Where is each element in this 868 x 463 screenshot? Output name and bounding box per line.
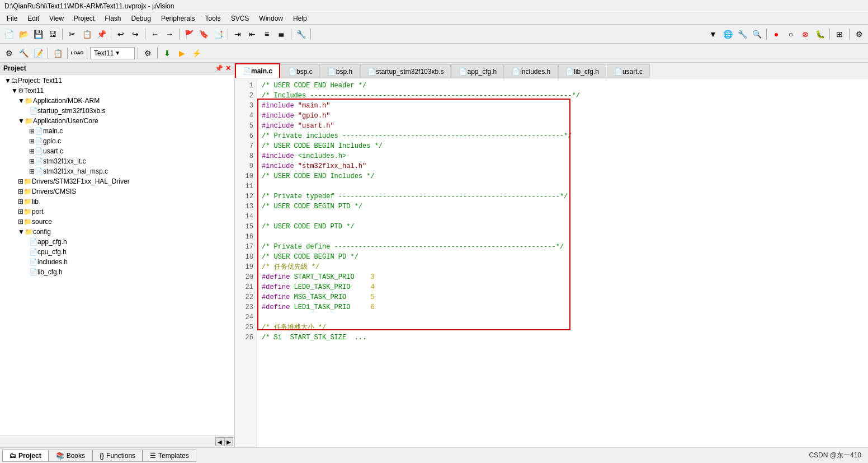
start-debug-btn[interactable]: ▶ (175, 46, 188, 60)
menu-peripherals[interactable]: Peripherals (157, 13, 200, 24)
code-line-14[interactable] (262, 212, 864, 222)
menu-debug[interactable]: Debug (127, 13, 155, 24)
indent-btn[interactable]: ⇥ (231, 27, 244, 41)
tree-port[interactable]: ⊞ 📁 port (0, 207, 234, 217)
code-line-5[interactable]: #include "usart.h" (262, 121, 864, 131)
code-line-16[interactable] (262, 232, 864, 242)
code-line-11[interactable] (262, 181, 864, 191)
menu-svcs[interactable]: SVCS (227, 13, 254, 24)
bookmark2-btn[interactable]: 🔖 (197, 27, 210, 41)
code-line-13[interactable]: /* USER CODE BEGIN PTD */ (262, 202, 864, 212)
rebuild-btn[interactable]: 🔨 (17, 46, 30, 60)
code-lines[interactable]: /* USER CODE END Header */ /* Includes -… (257, 78, 868, 447)
statusbar-tab-templates[interactable]: ☰ Templates (143, 450, 196, 462)
bookmark1-btn[interactable]: 🚩 (182, 27, 196, 41)
code-line-4[interactable]: #include "gpio.h" (262, 111, 864, 121)
tab-main-c[interactable]: 📄 main.c (235, 63, 280, 78)
load-btn[interactable]: LOAD (70, 46, 84, 60)
code-line-21[interactable]: #define LED0_TASK_PRIO 4 (262, 282, 864, 292)
menu-help[interactable]: Help (289, 13, 312, 24)
cut-btn[interactable]: ✂ (65, 27, 79, 41)
settings-btn[interactable]: 🔧 (735, 27, 749, 41)
code-line-26[interactable]: /* Si START_STK_SIZE ... (262, 333, 864, 343)
code-line-22[interactable]: #define MSG_TASK_PRIO 5 (262, 292, 864, 302)
statusbar-tab-books[interactable]: 📚 Books (49, 450, 92, 462)
back-btn[interactable]: ← (148, 27, 162, 41)
tree-hal-msp-c[interactable]: ⊞ 📄 stm32f1xx_hal_msp.c (0, 166, 234, 176)
tree-project[interactable]: ▼ 🗂 Project: Text11 (0, 76, 234, 86)
tree-gpio-c[interactable]: ⊞ 📄 gpio.c (0, 136, 234, 146)
code-line-9[interactable]: #include "stm32flxx_hal.h" (262, 161, 864, 171)
scroll-left-btn[interactable]: ◀ (215, 437, 224, 446)
code-line-15[interactable]: /* USER CODE END PTD */ (262, 222, 864, 232)
save-btn[interactable]: 💾 (31, 27, 45, 41)
tab-app-cfg[interactable]: 📄 app_cfg.h (451, 64, 504, 78)
code-line-12[interactable]: /* Private typedef ---------------------… (262, 191, 864, 202)
forward-btn[interactable]: → (163, 27, 176, 41)
code-line-25[interactable]: /* 任务堆栈大小 */ (262, 322, 864, 333)
browser-btn[interactable]: 🌐 (721, 27, 734, 41)
tree-app-cfg-h[interactable]: 📄 app_cfg.h (0, 237, 234, 247)
tree-main-c[interactable]: ⊞ 📄 main.c (0, 126, 234, 136)
tab-startup[interactable]: 📄 startup_stm32f103xb.s (360, 64, 451, 78)
code-line-6[interactable]: /* Private includes --------------------… (262, 131, 864, 141)
code-editor[interactable]: 1 2 3 4 5 6 7 8 9 10 11 12 13 14 15 16 1 (235, 78, 868, 447)
save-all-btn[interactable]: 🖫 (46, 27, 59, 41)
reset-btn[interactable]: ⊗ (799, 27, 812, 41)
tree-config[interactable]: ▼ 📁 config (0, 227, 234, 237)
tree-source[interactable]: ⊞ 📁 source (0, 217, 234, 227)
target-select[interactable]: Text11 ▼ (90, 47, 135, 59)
code-line-8[interactable]: #include <includes.h> (262, 151, 864, 161)
target-options-btn[interactable]: ⚙ (141, 46, 154, 60)
code-line-24[interactable] (262, 312, 864, 322)
manage-btn[interactable]: 📋 (51, 46, 64, 60)
flash-btn[interactable]: ⚡ (190, 46, 203, 60)
dropdown-btn[interactable]: ▼ (706, 27, 720, 41)
menu-flash[interactable]: Flash (100, 13, 125, 24)
tree-drivers-cmsis[interactable]: ⊞ 📁 Drivers/CMSIS (0, 186, 234, 197)
code-line-20[interactable]: #define START_TASK_PRIO 3 (262, 272, 864, 282)
code-line-19[interactable]: /* 任务优先级 */ (262, 262, 864, 272)
new-file-btn[interactable]: 📄 (2, 27, 16, 41)
tree-drivers-hal[interactable]: ⊞ 📁 Drivers/STM32F1xx_HAL_Driver (0, 176, 234, 186)
pin-icon[interactable]: 📌 (215, 64, 223, 72)
debug-btn[interactable]: 🐛 (813, 27, 827, 41)
code-line-7[interactable]: /* USER CODE BEGIN Includes */ (262, 141, 864, 151)
translate-btn[interactable]: 📝 (31, 46, 45, 60)
tab-bsp-h[interactable]: 📄 bsp.h (320, 64, 360, 78)
comment1-btn[interactable]: ≡ (260, 27, 273, 41)
tree-it-c[interactable]: ⊞ 📄 stm32f1xx_it.c (0, 156, 234, 166)
menu-tools[interactable]: Tools (201, 13, 225, 24)
paste-btn[interactable]: 📌 (95, 27, 108, 41)
tab-lib-cfg[interactable]: 📄 lib_cfg.h (558, 64, 606, 78)
tab-includes[interactable]: 📄 includes.h (504, 64, 558, 78)
code-line-17[interactable]: /* Private define ----------------------… (262, 242, 864, 252)
copy-btn[interactable]: 📋 (80, 27, 93, 41)
code-line-3[interactable]: #include "main.h" (262, 101, 864, 111)
window-btn[interactable]: ⊞ (833, 27, 846, 41)
statusbar-tab-functions[interactable]: {} Functions (92, 450, 143, 462)
open-btn[interactable]: 📂 (17, 27, 30, 41)
menu-view[interactable]: View (45, 13, 68, 24)
menu-window[interactable]: Window (254, 13, 287, 24)
tree-includes-h[interactable]: 📄 includes.h (0, 257, 234, 267)
close-panel-icon[interactable]: ✕ (225, 64, 231, 72)
tree-cpu-cfg-h[interactable]: 📄 cpu_cfg.h (0, 247, 234, 257)
scroll-right-btn[interactable]: ▶ (224, 437, 233, 446)
menu-file[interactable]: File (2, 13, 22, 24)
menu-project[interactable]: Project (69, 13, 99, 24)
config-btn[interactable]: ⚙ (852, 27, 866, 41)
tree-text11[interactable]: ▼ ⚙ Text11 (0, 86, 234, 96)
tab-bsp-c[interactable]: 📄 bsp.c (281, 64, 320, 78)
tab-usart-c[interactable]: 📄 usart.c (607, 64, 650, 78)
download-btn[interactable]: ⬇ (161, 46, 174, 60)
search-btn[interactable]: 🔍 (750, 27, 763, 41)
code-line-10[interactable]: /* USER CODE END Includes */ (262, 171, 864, 181)
code-line-2[interactable]: /* Includes ----------------------------… (262, 91, 864, 101)
tree-usart-c[interactable]: ⊞ 📄 usart.c (0, 146, 234, 156)
redo-btn[interactable]: ↪ (129, 27, 142, 41)
code-line-23[interactable]: #define LED1_TASK_PRIO 6 (262, 302, 864, 312)
comment2-btn[interactable]: ≣ (275, 27, 288, 41)
tree-app-mdk[interactable]: ▼ 📁 Application/MDK-ARM (0, 96, 234, 106)
statusbar-tab-project[interactable]: 🗂 Project (2, 450, 49, 462)
